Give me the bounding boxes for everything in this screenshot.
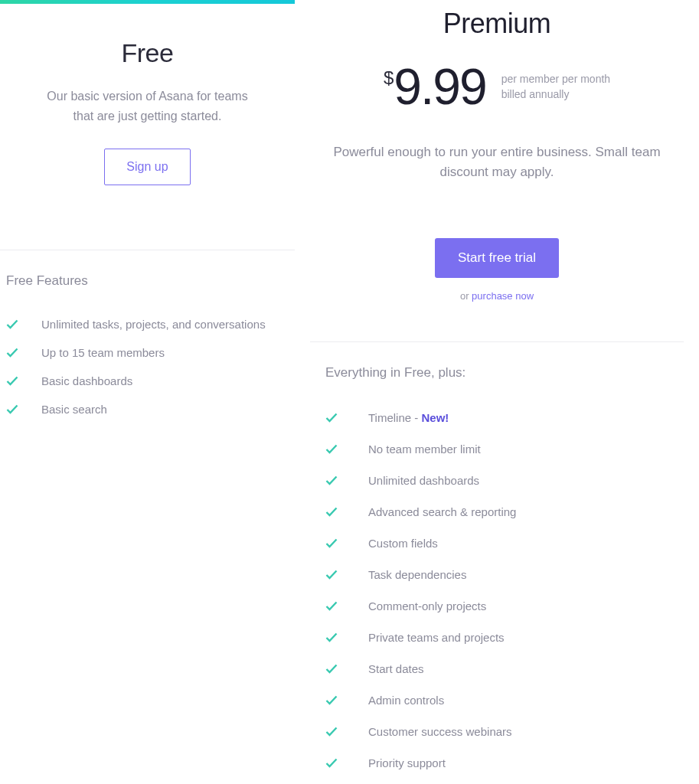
feature-item: Task dependencies bbox=[325, 559, 676, 590]
feature-text: Admin controls bbox=[368, 694, 444, 707]
feature-text: Task dependencies bbox=[368, 568, 466, 581]
check-icon bbox=[325, 631, 338, 643]
check-icon bbox=[325, 443, 338, 455]
feature-item: Unlimited dashboards bbox=[325, 465, 676, 496]
features-heading-premium: Everything in Free, plus: bbox=[325, 365, 676, 381]
price-note-2: billed annually bbox=[501, 88, 570, 100]
check-icon bbox=[325, 505, 338, 518]
feature-item: Start dates bbox=[325, 653, 676, 684]
feature-text: Comment-only projects bbox=[368, 599, 486, 612]
check-icon bbox=[6, 375, 18, 387]
feature-item: Basic dashboards bbox=[6, 367, 287, 395]
feature-item: Customer success webinars bbox=[325, 716, 676, 747]
plan-free-header: Free Our basic version of Asana for team… bbox=[0, 4, 295, 216]
feature-text: Advanced search & reporting bbox=[368, 505, 516, 518]
plan-free-description: Our basic version of Asana for teams tha… bbox=[23, 87, 272, 126]
feature-item: Google SSO bbox=[325, 779, 676, 784]
check-icon bbox=[6, 347, 18, 359]
feature-item: Unlimited tasks, projects, and conversat… bbox=[6, 310, 287, 338]
check-icon bbox=[325, 568, 338, 580]
feature-text: Customer success webinars bbox=[368, 725, 512, 738]
feature-text: Custom fields bbox=[368, 537, 438, 550]
feature-item: Advanced search & reporting bbox=[325, 496, 676, 528]
price-currency: $ bbox=[384, 67, 394, 89]
check-icon bbox=[325, 599, 338, 612]
feature-item: No team member limit bbox=[325, 433, 676, 465]
plan-free-features: Free Features Unlimited tasks, projects,… bbox=[0, 250, 295, 431]
features-heading-free: Free Features bbox=[6, 273, 287, 289]
check-icon bbox=[325, 756, 338, 769]
feature-item: Custom fields bbox=[325, 528, 676, 559]
price-amount-block: $ 9.99 bbox=[384, 61, 486, 112]
signup-button[interactable]: Sign up bbox=[104, 149, 190, 185]
check-icon bbox=[325, 537, 338, 549]
feature-text: Priority support bbox=[368, 756, 446, 769]
feature-text: Start dates bbox=[368, 662, 424, 675]
check-icon bbox=[6, 403, 18, 416]
feature-item: Basic search bbox=[6, 395, 287, 423]
price-note-1: per member per month bbox=[501, 73, 610, 85]
feature-text: Unlimited tasks, projects, and conversat… bbox=[41, 318, 266, 331]
feature-text: Basic dashboards bbox=[41, 374, 132, 387]
feature-text: Basic search bbox=[41, 403, 107, 416]
feature-item: Timeline - New! bbox=[325, 402, 676, 433]
start-free-trial-button[interactable]: Start free trial bbox=[435, 238, 559, 278]
plan-premium-features: Everything in Free, plus: Timeline - New… bbox=[310, 342, 684, 784]
check-icon bbox=[325, 662, 338, 675]
price-amount: 9.99 bbox=[394, 61, 485, 112]
feature-text: Unlimited dashboards bbox=[368, 474, 479, 487]
check-icon bbox=[6, 318, 18, 331]
plan-free-title: Free bbox=[23, 38, 272, 68]
feature-text: Timeline - New! bbox=[368, 411, 449, 424]
price-caption: per member per month billed annually bbox=[501, 72, 610, 102]
pricing-plans: Free Our basic version of Asana for team… bbox=[0, 0, 699, 784]
check-icon bbox=[325, 694, 338, 706]
feature-item: Comment-only projects bbox=[325, 590, 676, 622]
feature-text: No team member limit bbox=[368, 443, 481, 456]
purchase-line: or purchase now bbox=[310, 290, 684, 302]
feature-text: Private teams and projects bbox=[368, 631, 505, 644]
price-row: $ 9.99 per member per month billed annua… bbox=[310, 61, 684, 112]
plan-premium-title: Premium bbox=[310, 8, 684, 40]
purchase-now-link[interactable]: purchase now bbox=[472, 290, 534, 302]
or-prefix: or bbox=[460, 290, 472, 302]
check-icon bbox=[325, 474, 338, 486]
feature-item: Priority support bbox=[325, 747, 676, 779]
feature-badge-new: New! bbox=[421, 411, 449, 424]
plan-premium: Premium $ 9.99 per member per month bill… bbox=[295, 0, 699, 784]
check-icon bbox=[325, 725, 338, 737]
feature-item: Private teams and projects bbox=[325, 622, 676, 653]
plan-free: Free Our basic version of Asana for team… bbox=[0, 0, 295, 784]
check-icon bbox=[325, 411, 338, 423]
plan-premium-description: Powerful enough to run your entire busin… bbox=[310, 142, 684, 183]
feature-text: Up to 15 team members bbox=[41, 346, 165, 359]
feature-item: Admin controls bbox=[325, 684, 676, 716]
feature-item: Up to 15 team members bbox=[6, 338, 287, 367]
